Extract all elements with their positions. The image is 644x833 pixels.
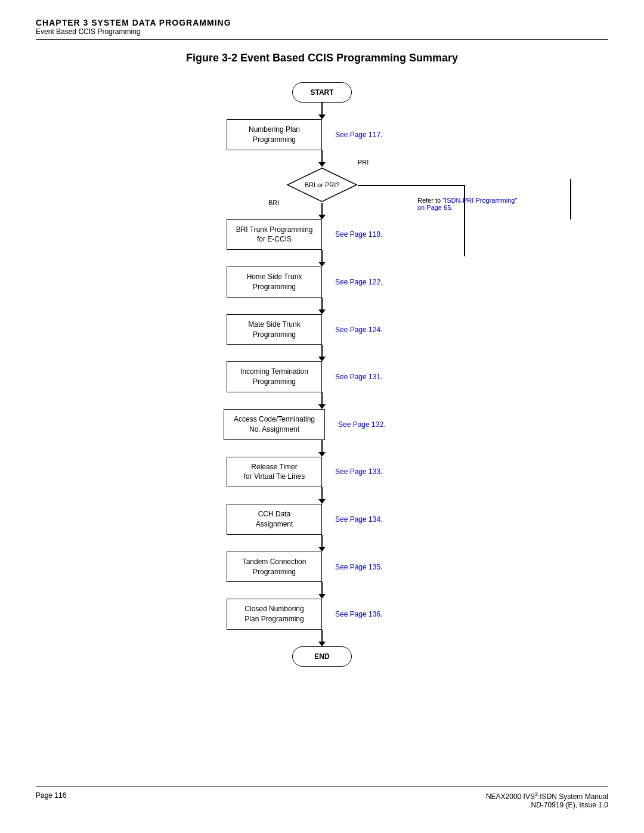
figure-title: Figure 3-2 Event Based CCIS Programming … [36,52,608,64]
chapter-title: CHAPTER 3 SYSTEM DATA PROGRAMMING [36,18,608,27]
connector [321,298,323,309]
pri-label: PRI [358,159,369,166]
bri-trunk-box: BRI Trunk Programming for E-CCIS [227,219,322,250]
arrow [318,114,326,119]
connector [321,250,323,262]
diamond-label: BRI or PRI? [305,181,340,188]
closed-numbering-box: Closed Numbering Plan Programming [227,599,322,630]
pri-merge-line [570,179,571,219]
footer-issue: ND-70919 (E), Issue 1.0 [486,801,608,809]
incoming-term-box: Incoming Termination Programming [227,361,322,392]
arrow [318,215,326,219]
connector [321,440,323,452]
arrow [318,642,326,646]
connector [321,345,323,357]
section-title: Event Based CCIS Programming [36,27,608,36]
flowchart: START Numbering Plan Programming See Pag… [36,82,608,667]
connector [321,392,323,404]
numbering-plan-box: Numbering Plan Programming [227,119,322,150]
arrow [318,547,326,552]
connector [321,582,323,594]
arrow [318,594,326,599]
cch-data-annotation: See Page 134. [322,515,417,524]
mate-side-annotation: See Page 124. [322,326,417,334]
home-side-box: Home Side Trunk Programming [227,267,322,298]
closed-numbering-annotation: See Page 136. [322,610,417,618]
page-header: CHAPTER 3 SYSTEM DATA PROGRAMMING Event … [36,18,608,36]
bri-pri-diamond: BRI or PRI? [286,167,358,203]
page: CHAPTER 3 SYSTEM DATA PROGRAMMING Event … [0,0,644,833]
numbering-plan-annotation: See Page 117. [322,131,417,139]
access-code-box: Access Code/Terminating No. Assignment [224,409,325,440]
connector [321,487,323,499]
arrow [318,262,326,267]
start-node: START [292,82,352,103]
tandem-conn-annotation: See Page 135. [322,563,417,571]
arrow [318,162,326,167]
arrow [318,309,326,314]
connector [321,535,323,547]
arrow [318,499,326,504]
connector [321,203,323,215]
release-timer-annotation: See Page 133. [322,467,417,476]
bri-trunk-annotation: See Page 118. [322,230,417,239]
tandem-conn-box: Tandem Connection Programming [227,552,322,583]
page-footer: Page 116 NEAX2000 IVS2 ISDN System Manua… [36,791,608,809]
pri-h-line [358,185,465,186]
release-timer-box: Release Timer for Virtual Tie Lines [227,457,322,488]
arrow [318,404,326,409]
footer-page-number: Page 116 [36,791,66,800]
end-node: END [292,646,352,667]
pri-note: Refer to "ISDN-PRI Programming"on Page 6… [417,197,531,211]
cch-data-box: CCH Data Assignment [227,504,322,535]
footer-right: NEAX2000 IVS2 ISDN System Manual ND-7091… [486,791,608,809]
arrow [318,452,326,457]
connector [321,103,323,114]
footer-manual-title: NEAX2000 IVS2 ISDN System Manual [486,791,608,801]
arrow [318,357,326,361]
mate-side-box: Mate Side Trunk Programming [227,314,322,345]
connector [321,630,323,642]
bri-label: BRI [268,199,279,206]
connector [321,150,323,162]
home-side-annotation: See Page 122. [322,278,417,286]
access-code-annotation: See Page 132. [325,420,420,429]
incoming-term-annotation: See Page 131. [322,373,417,381]
